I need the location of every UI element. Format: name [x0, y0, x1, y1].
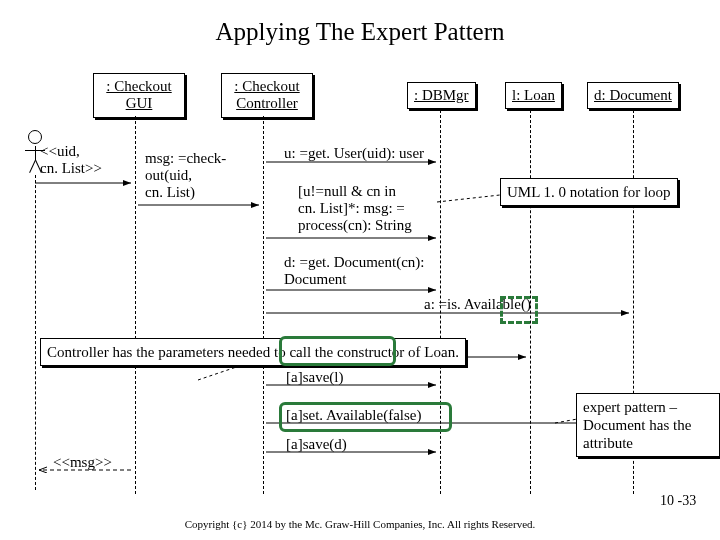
highlight-loan-isavailable — [500, 296, 538, 324]
highlight-create — [279, 336, 396, 366]
lifeline-line-controller — [263, 116, 264, 494]
msg-checkout: msg: =check- out(uid, cn. List) — [145, 150, 226, 201]
msg-loop: [u!=null & cn in cn. List]*: msg: = proc… — [298, 183, 412, 234]
svg-line-11 — [437, 195, 500, 202]
note-expert-pattern: expert pattern – Document has the attrib… — [576, 393, 720, 457]
lifeline-dbmgr: : DBMgr — [407, 82, 476, 109]
msg-getdocument: d: =get. Document(cn): Document — [284, 254, 425, 288]
msg-save-d: [a]save(d) — [286, 436, 347, 453]
title: Applying The Expert Pattern — [0, 18, 720, 46]
lifeline-loan: l: Loan — [505, 82, 562, 109]
lifeline-checkout-gui: : Checkout GUI — [93, 73, 185, 118]
msg-save-l: [a]save(l) — [286, 369, 343, 386]
lifeline-line-actor — [35, 175, 36, 490]
note-uml-loop: UML 1. 0 notation for loop — [500, 178, 678, 206]
highlight-setavailable — [279, 402, 452, 432]
msg-uid-cnlist: <<uid, cn. List>> — [40, 143, 102, 177]
lifeline-line-gui — [135, 116, 136, 494]
copyright-text: Copyright {c} 2014 by the Mc. Graw-Hill … — [0, 518, 720, 530]
msg-return: <<msg>> — [53, 454, 112, 471]
slide-number: 10 -33 — [660, 493, 696, 509]
lifeline-document: d: Document — [587, 82, 679, 109]
msg-getuser: u: =get. User(uid): user — [284, 145, 424, 162]
lifeline-checkout-controller: : Checkout Controller — [221, 73, 313, 118]
note-controller: Controller has the parameters needed to … — [40, 338, 466, 366]
